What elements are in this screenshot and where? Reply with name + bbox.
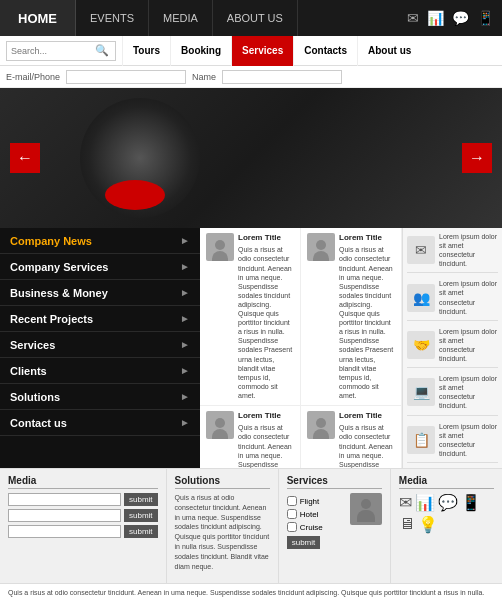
service-cruise: Cruise: [287, 522, 346, 532]
left-sidebar: Company News ► Company Services ► Busine…: [0, 228, 200, 468]
arrow-icon: ►: [180, 261, 190, 272]
avatar-3: [307, 411, 335, 439]
hero-oval: [105, 180, 165, 210]
arrow-icon: ►: [180, 235, 190, 246]
bottom-area: Media submit submit submit Solutions Qui…: [0, 468, 502, 583]
name-input[interactable]: [222, 70, 342, 84]
service-hotel: Hotel: [287, 509, 346, 519]
arrow-icon: ►: [180, 339, 190, 350]
icon-row-3: 💻 Lorem ipsum dolor sit amet consectetur…: [407, 374, 498, 415]
top-navigation: HOME EVENTS MEDIA ABOUT US ✉ 📊 💬 📱: [0, 0, 502, 36]
hero-banner: ← →: [0, 88, 502, 228]
panel-icon-0[interactable]: ✉: [407, 236, 435, 264]
sidebar-item-clients[interactable]: Clients ►: [0, 358, 200, 384]
sidebar-item-services[interactable]: Services ►: [0, 332, 200, 358]
content-area: Company News ► Company Services ► Busine…: [0, 228, 502, 468]
service-flight: Flight: [287, 496, 346, 506]
nav-aboutus[interactable]: About us: [357, 36, 421, 66]
next-arrow[interactable]: →: [462, 143, 492, 173]
email-input[interactable]: [66, 70, 186, 84]
email-label: E-mail/Phone: [6, 72, 60, 82]
bottom-media-section: Media submit submit submit: [0, 469, 167, 583]
avatar-1: [307, 233, 335, 261]
sidebar-item-company-services[interactable]: Company Services ►: [0, 254, 200, 280]
chart-icon[interactable]: 📊: [427, 10, 444, 26]
media-icon-chart[interactable]: 📊: [415, 493, 435, 512]
nav-about[interactable]: ABOUT US: [213, 0, 298, 36]
media-submit-button[interactable]: submit: [124, 493, 158, 506]
hotel-checkbox[interactable]: [287, 509, 297, 519]
avatar-2: [206, 411, 234, 439]
nav-services[interactable]: Services: [231, 36, 293, 66]
services-checkboxes: Flight Hotel Cruise submit: [287, 493, 346, 549]
arrow-icon: ►: [180, 365, 190, 376]
content-block-0: Lorem Title Quis a risus at odio consect…: [200, 228, 301, 406]
sidebar-item-contact[interactable]: Contact us ►: [0, 410, 200, 436]
arrow-icon: ►: [180, 417, 190, 428]
arrow-icon: ►: [180, 313, 190, 324]
header-icons: ✉ 📊 💬 📱: [407, 10, 502, 26]
search-icon[interactable]: 🔍: [92, 44, 112, 57]
icon-row-4: 📋 Lorem ipsum dolor sit amet consectetur…: [407, 422, 498, 463]
sidebar-item-recent-projects[interactable]: Recent Projects ►: [0, 306, 200, 332]
icon-row-2: 🤝 Lorem ipsum dolor sit amet consectetur…: [407, 327, 498, 368]
nav-tours[interactable]: Tours: [122, 36, 170, 66]
media-submit-button-2[interactable]: submit: [124, 509, 158, 522]
sidebar-item-business-money[interactable]: Business & Money ►: [0, 280, 200, 306]
panel-icon-4[interactable]: 📋: [407, 426, 435, 454]
content-block-3: Lorem Title Quis a risus at odio consect…: [301, 406, 402, 468]
sidebar-item-company-news[interactable]: Company News ►: [0, 228, 200, 254]
checkboxes-list: Flight Hotel Cruise: [287, 496, 346, 532]
content-block-1: Lorem Title Quis a risus at odio consect…: [301, 228, 402, 406]
media-input-1[interactable]: [8, 509, 121, 522]
media-icon-email[interactable]: ✉: [399, 493, 412, 512]
services-submit-button[interactable]: submit: [287, 536, 321, 549]
media-input-row-1: submit: [8, 509, 158, 522]
email-icon[interactable]: ✉: [407, 10, 419, 26]
services-options: Flight Hotel Cruise submit: [287, 493, 382, 549]
arrow-icon: ►: [180, 391, 190, 402]
media-icon-bulb[interactable]: 💡: [418, 515, 438, 534]
flight-checkbox[interactable]: [287, 496, 297, 506]
services-avatar: [350, 493, 382, 525]
media-input-2[interactable]: [8, 525, 121, 538]
prev-arrow[interactable]: ←: [10, 143, 40, 173]
panel-icon-1[interactable]: 👥: [407, 284, 435, 312]
media-inputs: submit submit submit: [8, 493, 158, 538]
bottom-text-strip: Quis a risus at odio consectetur tincidu…: [0, 583, 502, 600]
media-submit-button-3[interactable]: submit: [124, 525, 158, 538]
media-icon-phone[interactable]: 📱: [461, 493, 481, 512]
chat-icon[interactable]: 💬: [452, 10, 469, 26]
nav-booking[interactable]: Booking: [170, 36, 231, 66]
right-icon-panel: ✉ Lorem ipsum dolor sit amet consectetur…: [402, 228, 502, 468]
home-button[interactable]: HOME: [0, 0, 76, 36]
icon-row-1: 👥 Lorem ipsum dolor sit amet consectetur…: [407, 279, 498, 320]
second-nav-items: Tours Booking Services Contacts About us: [122, 36, 502, 66]
sidebar-item-solutions[interactable]: Solutions ►: [0, 384, 200, 410]
second-navigation: 🔍 Tours Booking Services Contacts About …: [0, 36, 502, 66]
phone-icon[interactable]: 📱: [477, 10, 494, 26]
name-label: Name: [192, 72, 216, 82]
nav-events[interactable]: EVENTS: [76, 0, 149, 36]
media-icon-monitor[interactable]: 🖥: [399, 515, 415, 534]
icon-row-0: ✉ Lorem ipsum dolor sit amet consectetur…: [407, 232, 498, 273]
media-icon-chat[interactable]: 💬: [438, 493, 458, 512]
avatar-0: [206, 233, 234, 261]
main-content-grid: Lorem Title Quis a risus at odio consect…: [200, 228, 402, 468]
bottom-services-section: Services Flight Hotel Cruise: [279, 469, 391, 583]
media-input-row-0: submit: [8, 493, 158, 506]
content-block-2: Lorem Title Quis a risus at odio consect…: [200, 406, 301, 468]
panel-icon-2[interactable]: 🤝: [407, 331, 435, 359]
form-row: E-mail/Phone Name: [0, 66, 502, 88]
panel-icon-3[interactable]: 💻: [407, 378, 435, 406]
arrow-icon: ►: [180, 287, 190, 298]
cruise-checkbox[interactable]: [287, 522, 297, 532]
bottom-media-icons-section: Media ✉ 📊 💬 📱 🖥 💡: [391, 469, 502, 583]
media-input-row-2: submit: [8, 525, 158, 538]
media-input-0[interactable]: [8, 493, 121, 506]
search-box[interactable]: 🔍: [6, 41, 116, 61]
media-icons-grid: ✉ 📊 💬 📱 🖥 💡: [399, 493, 494, 534]
nav-media[interactable]: MEDIA: [149, 0, 213, 36]
search-input[interactable]: [7, 42, 92, 60]
nav-contacts[interactable]: Contacts: [293, 36, 357, 66]
